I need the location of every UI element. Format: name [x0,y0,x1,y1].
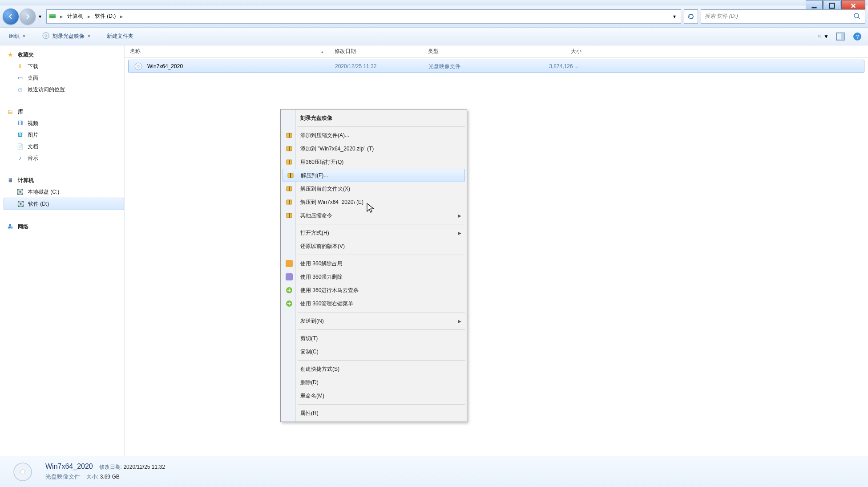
disc-image-icon [11,460,35,484]
view-options-button[interactable]: ▼ [818,31,829,42]
svg-rect-8 [818,36,819,37]
disc-icon [42,32,50,41]
zip-icon [285,185,293,193]
column-type[interactable]: 类型 [423,48,516,55]
context-menu-item[interactable]: 使用 360进行木马云查杀 [282,284,466,297]
title-bar [0,0,868,5]
menu-separator [298,255,465,255]
context-menu-item[interactable]: 剪切(T) [282,332,466,345]
context-menu-item[interactable]: 属性(R) [282,406,466,420]
downloads-icon: ⬇ [16,62,24,70]
360p-icon [285,273,293,281]
context-menu-item[interactable]: 使用 360强力删除 [282,270,466,284]
sidebar-item-downloads[interactable]: ⬇下载 [4,61,124,72]
column-name[interactable]: 名称▴ [125,48,329,55]
organize-menu[interactable]: 组织▼ [5,31,29,42]
back-button[interactable] [3,8,19,24]
context-menu-item[interactable]: 复制(C) [282,345,466,358]
file-name: Win7x64_2020 [147,63,183,69]
context-menu-item[interactable]: 刻录光盘映像 [282,111,466,125]
file-size: 3,874,126 ... [517,63,584,69]
file-row[interactable]: Win7x64_2020 2020/12/25 11:32 光盘映像文件 3,8… [128,60,864,73]
details-pane: Win7x64_2020 修改日期: 2020/12/25 11:32 光盘映像… [0,456,868,487]
preview-pane-button[interactable] [835,31,846,42]
recent-icon: ◷ [16,85,24,93]
refresh-button[interactable] [684,9,698,24]
sidebar-item-videos[interactable]: 🎞视频 [4,118,124,129]
svg-rect-9 [818,37,819,37]
submenu-arrow-icon: ▶ [458,319,461,324]
disc-image-icon [134,62,143,71]
path-separator: ▸ [88,13,90,20]
search-placeholder: 搜索 软件 (D:) [705,12,738,20]
svg-point-20 [20,470,25,474]
svg-rect-12 [820,37,821,37]
svg-rect-35 [286,260,293,267]
details-filename: Win7x64_2020 [45,463,93,471]
sidebar-item-drive-d[interactable]: 💽软件 (D:) [4,198,124,210]
svg-rect-10 [820,35,821,36]
sidebar-item-drive-c[interactable]: 💽本地磁盘 (C:) [4,186,124,198]
address-bar[interactable]: ▸ 计算机 ▸ 软件 (D:) ▸ ▾ [46,9,681,24]
favorites-header[interactable]: ★收藏夹 [4,49,124,61]
search-input[interactable]: 搜索 软件 (D:) [701,9,865,24]
svg-rect-36 [286,273,293,280]
help-button[interactable]: ? [852,31,863,42]
svg-rect-0 [811,7,816,8]
search-icon [853,12,861,22]
menu-separator [298,312,465,312]
svg-text:?: ? [856,34,859,40]
breadcrumb-drive[interactable]: 软件 (D:) [93,12,117,21]
svg-point-18 [137,65,139,67]
sidebar-item-music[interactable]: ♪音乐 [4,152,124,164]
burn-disc-image-button[interactable]: 刻录光盘映像▼ [38,30,94,43]
svg-rect-7 [818,35,819,36]
context-menu-item[interactable]: 删除(D) [282,376,466,389]
zip-icon [285,145,293,153]
360o-icon [285,260,293,268]
path-separator: ▸ [60,13,63,20]
details-date: 修改日期: 2020/12/25 11:32 [99,463,165,471]
music-icon: ♪ [16,154,24,162]
context-menu-item[interactable]: 添加到 "Win7x64_2020.zip" (T) [282,142,466,155]
zip-icon [285,158,293,166]
column-date[interactable]: 修改日期 [329,48,423,55]
path-separator: ▸ [120,13,123,20]
svg-rect-30 [289,187,290,191]
context-menu-item[interactable]: 使用 360解除占用 [282,257,466,270]
context-menu-item[interactable]: 用360压缩打开(Q) [282,155,466,169]
sidebar-item-pictures[interactable]: 🖼图片 [4,129,124,141]
forward-button[interactable] [20,8,36,24]
libraries-header[interactable]: 🗂库 [4,106,124,118]
menu-separator [298,360,465,361]
context-menu: 刻录光盘映像添加到压缩文件(A)...添加到 "Win7x64_2020.zip… [280,109,467,422]
context-menu-item[interactable]: 添加到压缩文件(A)... [282,129,466,142]
context-menu-item[interactable]: 解压到(F)... [283,169,465,182]
new-folder-button[interactable]: 新建文件夹 [103,31,137,42]
context-menu-item[interactable]: 发送到(N)▶ [282,314,466,328]
picture-icon: 🖼 [16,131,24,139]
zip-icon [285,211,293,219]
context-menu-item[interactable]: 创建快捷方式(S) [282,362,466,376]
context-menu-item[interactable]: 解压到当前文件夹(X) [282,182,466,195]
svg-rect-26 [289,160,290,164]
svg-point-6 [45,35,47,37]
context-menu-item[interactable]: 还原以前的版本(V) [282,239,466,253]
breadcrumb-computer[interactable]: 计算机 [65,12,85,21]
document-icon: 📄 [16,142,24,150]
svg-point-4 [854,13,859,18]
sidebar-item-desktop[interactable]: ▭桌面 [4,72,124,84]
sidebar-item-recent[interactable]: ◷最近访问的位置 [4,84,124,95]
network-header[interactable]: 🖧网络 [4,221,124,232]
sort-indicator-icon: ▴ [321,49,323,54]
context-menu-item[interactable]: 重命名(M) [282,389,466,402]
history-dropdown[interactable]: ▾ [36,8,44,24]
context-menu-item[interactable]: 使用 360管理右键菜单 [282,297,466,310]
address-dropdown[interactable]: ▾ [670,13,679,20]
sidebar-item-documents[interactable]: 📄文档 [4,141,124,152]
column-size[interactable]: 大小 [516,48,587,55]
context-menu-item[interactable]: 打开方式(H)▶ [282,226,466,239]
computer-header[interactable]: 🖥计算机 [4,175,124,186]
zip-icon [285,198,293,206]
svg-rect-22 [289,133,290,138]
